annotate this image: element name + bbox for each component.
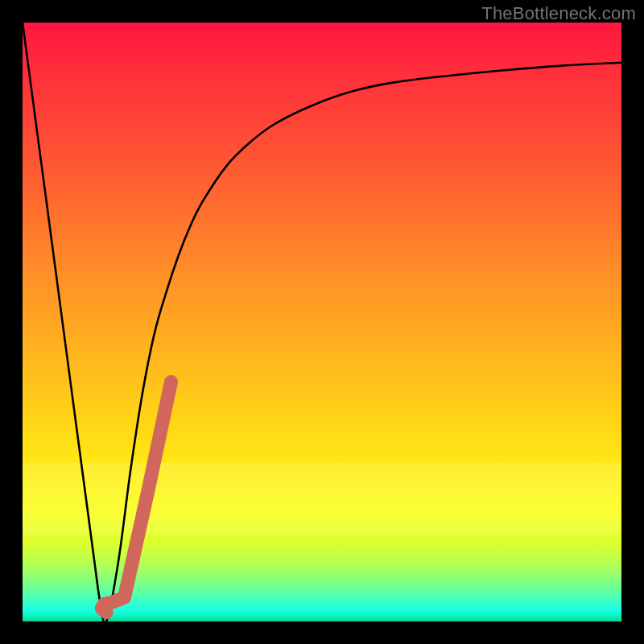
chart-svg xyxy=(23,23,621,621)
watermark-text: TheBottleneck.com xyxy=(481,3,636,24)
plot-area xyxy=(23,23,621,621)
chart-frame: TheBottleneck.com xyxy=(0,0,644,644)
bottleneck-curve xyxy=(23,23,621,621)
marker-segment xyxy=(101,382,171,612)
